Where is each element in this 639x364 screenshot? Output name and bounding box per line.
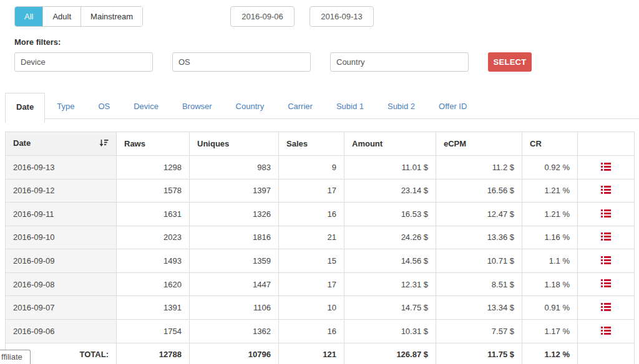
cell-amount: 14.56 $ [344,249,436,273]
total-ecpm: 11.75 $ [436,343,522,364]
table-row: 2016-09-06 1754 1362 16 10.31 $ 7.57 $ 1… [6,319,635,343]
details-list-icon[interactable] [601,186,611,196]
cell-raws: 1298 [117,156,190,180]
tab-device[interactable]: Device [122,93,170,123]
link-status-tooltip: ffiliate [0,350,31,364]
cell-sales: 17 [279,179,344,203]
segment-mainstream-button[interactable]: Mainstream [81,7,142,26]
report-tabs: Date Type OS Device Browser Country Carr… [5,93,639,123]
cell-date: 2016-09-06 [6,319,117,343]
more-filters-row: SELECT [14,52,639,72]
table-row: 2016-09-09 1493 1359 15 14.56 $ 10.71 $ … [6,249,635,273]
select-button[interactable]: SELECT [488,52,532,72]
cell-ecpm: 8.51 $ [436,272,522,296]
tab-subid-2[interactable]: Subid 2 [376,93,427,123]
total-amount: 126.87 $ [344,343,436,364]
cell-raws: 1391 [117,296,190,320]
cell-cr: 0.91 % [522,296,578,320]
cell-amount: 24.26 $ [344,226,436,249]
content-type-segmented-control: All Adult Mainstream [14,6,143,27]
cell-uniques: 1447 [190,272,279,296]
tab-country[interactable]: Country [224,93,276,123]
cell-raws: 1620 [117,272,190,296]
cell-date: 2016-09-07 [6,296,117,320]
details-list-icon[interactable] [601,279,611,289]
cell-sales: 10 [279,296,344,320]
cell-cr: 1.18 % [522,272,578,296]
cell-amount: 10.31 $ [344,319,436,343]
details-list-icon[interactable] [601,209,611,219]
date-header-label: Date [13,138,31,148]
cell-ecpm: 12.47 $ [436,203,522,226]
top-filter-bar: All Adult Mainstream [14,6,639,27]
cell-raws: 1754 [117,319,190,343]
table-row: 2016-09-12 1578 1397 17 23.14 $ 16.56 $ … [6,179,635,203]
cell-ecpm: 13.36 $ [436,226,522,249]
total-raws: 12788 [117,343,190,364]
device-filter-input[interactable] [14,52,153,72]
details-list-icon[interactable] [601,163,611,173]
cell-date: 2016-09-11 [6,203,117,226]
cell-cr: 1.16 % [522,226,578,249]
tab-offer-id[interactable]: Offer ID [427,93,479,123]
cell-ecpm: 10.71 $ [436,249,522,273]
table-row: 2016-09-10 2023 1816 21 24.26 $ 13.36 $ … [6,226,635,249]
cell-date: 2016-09-12 [6,179,117,203]
cell-amount: 11.01 $ [344,156,436,180]
tab-browser[interactable]: Browser [170,93,224,123]
cell-uniques: 1397 [190,179,279,203]
cell-uniques: 1326 [190,203,279,226]
segment-all-button[interactable]: All [15,7,43,26]
cell-ecpm: 13.34 $ [436,296,522,320]
cell-ecpm: 11.2 $ [436,156,522,180]
column-header-cr: CR [522,132,578,156]
segment-adult-button[interactable]: Adult [43,7,81,26]
date-from-input[interactable] [230,6,295,27]
details-list-icon[interactable] [601,232,611,242]
column-header-amount: Amount [344,132,436,156]
details-list-icon[interactable] [601,256,611,266]
tab-type[interactable]: Type [45,93,86,123]
column-header-uniques: Uniques [190,132,279,156]
cell-uniques: 1362 [190,319,279,343]
stats-table: Date Raws Uniques Sales Amount eCPM CR [5,132,635,364]
table-row: 2016-09-11 1631 1326 16 16.53 $ 12.47 $ … [6,203,635,226]
cell-date: 2016-09-08 [6,272,117,296]
table-row: 2016-09-08 1620 1447 17 12.31 $ 8.51 $ 1… [6,272,635,296]
cell-cr: 1.17 % [522,319,578,343]
cell-cr: 1.1 % [522,249,578,273]
cell-sales: 16 [279,203,344,226]
cell-amount: 23.14 $ [344,179,436,203]
cell-cr: 1.21 % [522,179,578,203]
tab-date[interactable]: Date [5,93,45,123]
sort-descending-icon[interactable] [99,139,109,149]
cell-sales: 16 [279,319,344,343]
column-header-date[interactable]: Date [6,132,117,156]
cell-date: 2016-09-13 [6,156,117,180]
cell-date: 2016-09-10 [6,226,117,249]
cell-date: 2016-09-09 [6,249,117,273]
cell-amount: 14.75 $ [344,296,436,320]
column-header-actions [578,132,635,156]
table-row: 2016-09-13 1298 983 9 11.01 $ 11.2 $ 0.9… [6,156,635,180]
date-to-input[interactable] [310,6,374,27]
country-filter-input[interactable] [330,52,469,72]
cell-uniques: 1359 [190,249,279,273]
cell-cr: 0.92 % [522,156,578,180]
tab-os[interactable]: OS [86,93,122,123]
table-header-row: Date Raws Uniques Sales Amount eCPM CR [6,132,635,156]
details-list-icon[interactable] [601,327,611,337]
column-header-ecpm: eCPM [436,132,522,156]
cell-cr: 1.21 % [522,203,578,226]
os-filter-input[interactable] [172,52,311,72]
cell-sales: 15 [279,249,344,273]
column-header-raws: Raws [117,132,190,156]
cell-amount: 12.31 $ [344,272,436,296]
details-list-icon[interactable] [601,303,611,313]
cell-raws: 1631 [117,203,190,226]
more-filters-label: More filters: [14,37,639,47]
tab-subid-1[interactable]: Subid 1 [324,93,376,123]
cell-raws: 1493 [117,249,190,273]
cell-uniques: 1816 [190,226,279,249]
tab-carrier[interactable]: Carrier [276,93,324,123]
